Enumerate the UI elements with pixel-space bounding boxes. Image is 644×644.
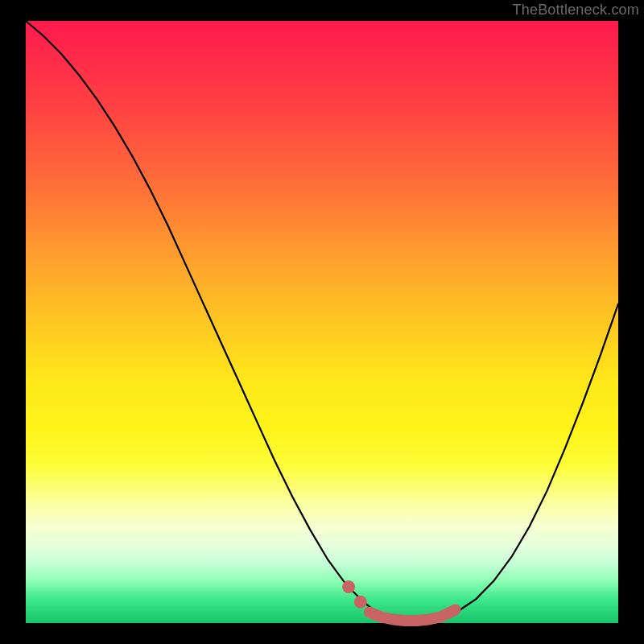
- chart-svg: [26, 21, 618, 623]
- outer-frame: TheBottleneck.com: [0, 0, 644, 644]
- bottleneck-curve: [26, 21, 618, 621]
- highlight-dot-2: [354, 596, 367, 609]
- watermark-text: TheBottleneck.com: [513, 2, 639, 19]
- chart-plot-area: [26, 21, 618, 623]
- highlight-dot-1: [342, 580, 355, 593]
- highlight-stroke: [369, 610, 456, 621]
